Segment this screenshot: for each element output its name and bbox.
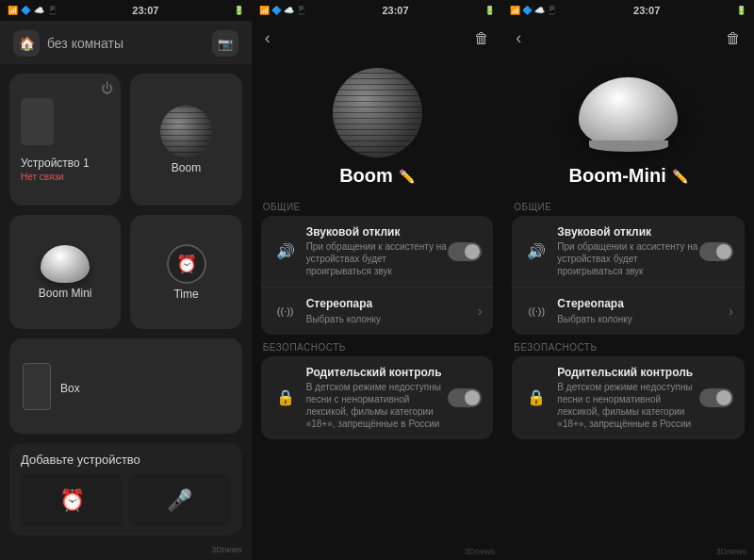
boom-mini-sound-icon: 🔊: [523, 239, 549, 265]
boom-mini-name: Boom Mini: [39, 287, 92, 300]
boom-parental-toggle[interactable]: [448, 388, 482, 407]
boom-mini-image: [41, 245, 90, 283]
stereo-icon: ((·)): [272, 298, 299, 324]
boom-hero-img: [325, 65, 429, 159]
boom-mini-parental-row[interactable]: 🔒 Родительский контроль В детском режиме…: [512, 356, 745, 439]
back-button-boom[interactable]: ‹: [265, 28, 270, 48]
boom-mini-security-card: 🔒 Родительский контроль В детском режиме…: [512, 356, 745, 439]
add-device-images: ⏰ 🎤: [21, 474, 231, 526]
boom-mini-stereo-name: Стереопара: [557, 297, 729, 310]
power-icon: ⏻: [101, 81, 113, 95]
boom-section-label-general: ОБЩИЕ: [263, 202, 492, 212]
boom-mini-stereo-desc: Выбрать колонку: [557, 313, 729, 325]
back-button-boom-mini[interactable]: ‹: [516, 28, 521, 48]
boom-stereo-name: Стереопара: [306, 297, 478, 310]
boom-sound-name: Звуковой отклик: [306, 225, 449, 239]
device-card-time[interactable]: ⏰ Time: [130, 215, 241, 329]
devices-grid: ⏻ Устройство 1 Нет связи Boom Boom Mini …: [0, 64, 252, 443]
boom-sphere-large: [333, 68, 422, 157]
header-actions: 📷: [212, 30, 238, 57]
status-left-3: 📶🔷☁️📱: [510, 6, 557, 15]
boom-mini-stereo-row[interactable]: ((·)) Стереопара Выбрать колонку ›: [512, 288, 745, 334]
boom-mini-stereo-icon: ((·)): [523, 298, 549, 324]
boom-mini-hero-img: [577, 65, 680, 159]
device-card-boom[interactable]: Boom: [130, 74, 241, 206]
status-right-icons: 🔋: [234, 6, 244, 15]
boom-settings-content: ОБЩИЕ 🔊 Звуковой отклик При обращении к …: [252, 194, 503, 545]
boom-mini-edit-icon[interactable]: ✏️: [672, 169, 688, 184]
boom-mini-shape-large: [579, 77, 678, 148]
boom-mini-parental-desc: В детском режиме недоступны песни с нено…: [557, 381, 699, 430]
add-image-1: ⏰: [21, 474, 123, 526]
boom-mini-sound-name: Звуковой отклик: [557, 225, 699, 239]
watermark-3: 3Dnews: [502, 545, 754, 560]
status-left-2: 📶🔷☁️📱: [259, 6, 306, 15]
status-bar-3: 📶🔷☁️📱 23:07 🔋: [502, 0, 754, 21]
status-right-3: 🔋: [736, 6, 746, 15]
boom-edit-icon[interactable]: ✏️: [399, 169, 415, 184]
box-name: Box: [60, 382, 80, 395]
add-device-section[interactable]: Добавьте устройство ⏰ 🎤: [9, 443, 242, 535]
status-right-2: 🔋: [484, 6, 495, 15]
box-content: Box: [23, 363, 80, 410]
boom-mini-sound-toggle[interactable]: [699, 242, 733, 261]
room-header: 🏠 без комнаты: [13, 30, 123, 57]
device1-status: Нет связи: [21, 172, 64, 182]
boom-sound-text: Звуковой отклик При обращении к ассистен…: [306, 225, 449, 277]
parental-icon: 🔒: [272, 385, 299, 411]
boom-mini-settings-nav: ‹ 🗑: [502, 21, 754, 56]
stereo-chevron: ›: [478, 304, 483, 319]
boom-stereo-text: Стереопара Выбрать колонку: [306, 297, 478, 324]
boom-mini-sound-desc: При обращении к ассистенту на устройства…: [557, 240, 699, 277]
boom-settings-nav: ‹ 🗑: [252, 21, 503, 56]
boom-mini-parental-icon: 🔒: [523, 385, 549, 411]
boom-mini-sound-row[interactable]: 🔊 Звуковой отклик При обращении к ассист…: [512, 216, 745, 288]
delete-button-boom[interactable]: 🗑: [474, 30, 489, 47]
device1-name: Устройство 1: [21, 156, 90, 170]
status-time-1: 23:07: [132, 5, 158, 16]
boom-mini-parental-toggle[interactable]: [699, 388, 733, 407]
device-card-boommini[interactable]: Boom Mini: [9, 215, 121, 329]
boom-mini-stereo-text: Стереопара Выбрать колонку: [557, 297, 729, 324]
boom-mini-general-card: 🔊 Звуковой отклик При обращении к ассист…: [512, 216, 745, 335]
status-bar-2: 📶🔷☁️📱 23:07 🔋: [252, 0, 503, 21]
boom-device-title: Boom: [339, 165, 393, 187]
boom-general-card: 🔊 Звуковой отклик При обращении к ассист…: [261, 216, 494, 335]
status-time-3: 23:07: [633, 5, 660, 16]
boom-mini-settings-content: ОБЩИЕ 🔊 Звуковой отклик При обращении к …: [502, 194, 754, 545]
delete-button-boom-mini[interactable]: 🗑: [726, 30, 741, 47]
boom-mini-settings-panel: 📶🔷☁️📱 23:07 🔋 ‹ 🗑 Boom-Mini ✏️ ОБЩИЕ 🔊 З…: [502, 0, 754, 560]
status-left-icons: 📶🔷☁️📱: [8, 6, 57, 15]
boom-sound-response-row[interactable]: 🔊 Звуковой отклик При обращении к ассист…: [261, 216, 494, 288]
sound-icon: 🔊: [272, 239, 299, 265]
add-device-title: Добавьте устройство: [21, 453, 231, 467]
boom-image: [160, 106, 212, 157]
device-card-box[interactable]: Box: [9, 338, 242, 434]
boom-mini-section-label-general: ОБЩИЕ: [514, 202, 743, 212]
boom-stereo-desc: Выбрать колонку: [306, 313, 478, 325]
boom-mini-stereo-chevron: ›: [729, 304, 733, 319]
boom-sound-toggle[interactable]: [448, 242, 482, 261]
boom-stereo-row[interactable]: ((·)) Стереопара Выбрать колонку ›: [261, 288, 494, 334]
boom-mini-title-row: Boom-Mini ✏️: [569, 165, 688, 187]
watermark-2: 3Dnews: [252, 545, 503, 560]
boom-hero: Boom ✏️: [252, 56, 503, 194]
boom-parental-row[interactable]: 🔒 Родительский контроль В детском режиме…: [261, 356, 494, 439]
boom-sound-desc: При обращении к ассистенту на устройства…: [306, 240, 449, 277]
boom-mini-section-label-security: БЕЗОПАСНОСТЬ: [514, 342, 743, 353]
time-image: ⏰: [167, 244, 206, 284]
device-card-device1[interactable]: ⏻ Устройство 1 Нет связи: [9, 74, 121, 206]
boom-mini-sound-text: Звуковой отклик При обращении к ассистен…: [557, 225, 699, 277]
device-list-panel: 📶🔷☁️📱 23:07 🔋 🏠 без комнаты 📷 ⏻ Устройст…: [0, 0, 252, 560]
time-name: Time: [173, 288, 198, 301]
status-time-2: 23:07: [382, 5, 408, 16]
status-bar-1: 📶🔷☁️📱 23:07 🔋: [0, 0, 252, 21]
camera-button[interactable]: 📷: [212, 30, 238, 57]
box-image: [23, 363, 51, 410]
room-icon: 🏠: [13, 30, 40, 57]
boom-mini-hero: Boom-Mini ✏️: [502, 56, 754, 194]
boom-mini-parental-text: Родительский контроль В детском режиме н…: [557, 366, 699, 430]
watermark-1: 3Dnews: [0, 545, 252, 560]
boom-title-row: Boom ✏️: [339, 165, 415, 187]
boom-settings-panel: 📶🔷☁️📱 23:07 🔋 ‹ 🗑 Boom ✏️ ОБЩИЕ 🔊 Звуков…: [252, 0, 503, 560]
